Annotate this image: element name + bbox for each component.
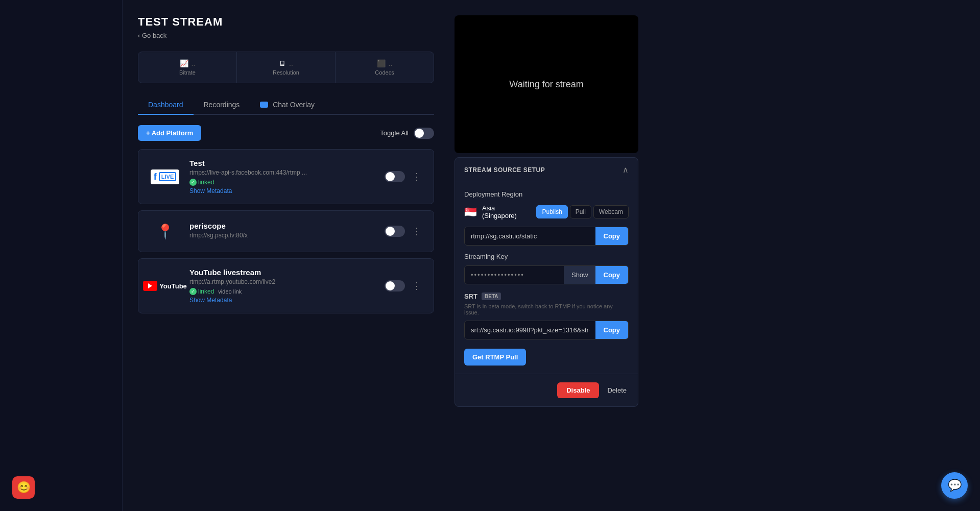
codecs-value: .. [389,59,393,67]
beta-badge: BETA [482,293,501,300]
stream-setup-title: STREAM SOURCE SETUP [464,166,545,174]
stream-setup-header: STREAM SOURCE SETUP ∧ [455,158,638,182]
platform-info-facebook: Test rtmps://live-api-s.facebook.com:443… [189,159,376,194]
streaming-key-row: Show Copy [464,265,629,284]
show-metadata-facebook[interactable]: Show Metadata [189,187,376,194]
rtmp-url-input[interactable] [465,227,595,245]
copy-srt-button[interactable]: Copy [595,321,629,339]
platform-card-facebook: f LIVE Test rtmps://live-api-s.facebook.… [138,149,434,204]
chat-icon: 💬 [948,479,962,492]
stat-bitrate: 📈 .. Bitrate [138,52,237,83]
platform-toggle-youtube[interactable] [385,280,405,291]
codecs-icon: ⬛ [377,59,386,67]
tab-chat-overlay[interactable]: Chat Overlay [250,95,325,115]
periscope-logo: 📍 [149,220,181,242]
stat-resolution: 🖥 .. Resolution [237,52,336,83]
delete-button[interactable]: Delete [605,382,629,398]
stat-codecs: ⬛ .. Codecs [336,52,434,83]
video-link-badge: video link [218,288,242,295]
stats-bar: 📈 .. Bitrate 🖥 .. Resolution ⬛ .. Codecs [138,52,434,83]
chat-icon [260,102,268,108]
srt-url-input[interactable] [465,321,595,339]
platform-card-youtube: YouTube YouTube livestream rtmp://a.rtmp… [138,258,434,313]
resolution-value: .. [289,59,293,67]
waiting-text: Waiting for stream [509,79,583,90]
webcam-button[interactable]: Webcam [593,205,629,218]
bitrate-value: .. [192,59,196,67]
platform-actions-facebook: ⋮ [385,169,423,184]
srt-label: SRT [464,293,477,300]
platform-info-youtube: YouTube livestream rtmp://a.rtmp.youtube… [189,268,376,304]
srt-url-row: Copy [464,321,629,339]
tab-recordings[interactable]: Recordings [194,95,250,115]
rtmp-url-row: Copy [464,227,629,246]
platform-actions-periscope: ⋮ [385,224,423,239]
srt-warning: SRT is in beta mode, switch back to RTMP… [464,303,629,315]
streaming-key-input[interactable] [465,266,564,284]
linked-badge-facebook: linked [189,179,214,186]
get-rtmp-button[interactable]: Get RTMP Pull [464,349,526,366]
streaming-key-label: Streaming Key [464,253,629,260]
youtube-logo: YouTube [149,275,181,297]
show-metadata-youtube[interactable]: Show Metadata [189,297,376,304]
toggle-all-label: Toggle All [380,129,409,137]
bitrate-label: Bitrate [179,69,196,76]
platform-toggle-facebook[interactable] [385,171,405,182]
deployment-region-label: Deployment Region [464,190,629,198]
page-title: TEST STREAM [138,15,434,29]
platform-name-periscope: periscope [189,222,376,230]
copy-key-button[interactable]: Copy [595,266,629,284]
srt-row: SRT BETA [464,293,629,300]
platform-url-facebook: rtmps://live-api-s.facebook.com:443/rtmp… [189,169,376,176]
region-name: Asia (Singapore) [482,204,531,220]
bitrate-icon: 📈 [180,59,188,67]
platform-badges-facebook: linked [189,179,376,186]
publish-button[interactable]: Publish [536,205,567,218]
platform-actions-youtube: ⋮ [385,278,423,294]
sidebar [0,0,123,511]
facebook-logo: f LIVE [149,165,181,188]
pull-button[interactable]: Pull [570,205,591,218]
app-icon[interactable]: 😊 [12,476,35,499]
region-flag: 🇸🇬 [464,206,477,218]
app-icon-face: 😊 [17,481,31,494]
tab-bar: Dashboard Recordings Chat Overlay [138,95,434,115]
platform-controls: + Add Platform Toggle All [138,125,434,141]
add-platform-button[interactable]: + Add Platform [138,125,201,141]
copy-rtmp-button[interactable]: Copy [595,227,629,245]
more-menu-youtube[interactable]: ⋮ [410,278,423,294]
disable-button[interactable]: Disable [557,382,599,398]
platform-url-periscope: rtmp://sg.pscp.tv:80/x [189,232,376,239]
linked-badge-youtube: linked [189,288,214,295]
left-panel: TEST STREAM ‹ Go back 📈 .. Bitrate 🖥 .. … [138,15,434,407]
show-key-button[interactable]: Show [564,266,595,284]
toggle-all-row: Toggle All [380,128,434,139]
region-row: 🇸🇬 Asia (Singapore) Publish Pull Webcam [464,204,629,220]
platform-toggle-periscope[interactable] [385,226,405,237]
platform-badges-youtube: linked video link [189,288,376,295]
stream-setup-panel: STREAM SOURCE SETUP ∧ Deployment Region … [455,157,638,407]
more-menu-periscope[interactable]: ⋮ [410,224,423,239]
resolution-label: Resolution [273,69,299,76]
chatbot-button[interactable]: 💬 [941,472,968,499]
platform-name-facebook: Test [189,159,376,167]
platform-url-youtube: rtmp://a.rtmp.youtube.com/live2 [189,278,376,285]
region-buttons: Publish Pull Webcam [536,205,629,218]
go-back-link[interactable]: ‹ Go back [138,32,434,39]
collapse-button[interactable]: ∧ [623,165,629,175]
tab-dashboard[interactable]: Dashboard [138,95,194,115]
toggle-all-switch[interactable] [414,128,434,139]
more-menu-facebook[interactable]: ⋮ [410,169,423,184]
codecs-label: Codecs [375,69,394,76]
platform-info-periscope: periscope rtmp://sg.pscp.tv:80/x [189,222,376,241]
action-buttons: Disable Delete [455,374,638,406]
platform-card-periscope: 📍 periscope rtmp://sg.pscp.tv:80/x ⋮ [138,210,434,252]
toggle-knob [415,129,424,138]
resolution-icon: 🖥 [279,59,286,67]
video-preview: Waiting for stream [455,15,638,153]
stream-setup-body: Deployment Region 🇸🇬 Asia (Singapore) Pu… [455,182,638,374]
right-panel: Waiting for stream STREAM SOURCE SETUP ∧… [455,15,638,407]
platform-name-youtube: YouTube livestream [189,268,376,277]
